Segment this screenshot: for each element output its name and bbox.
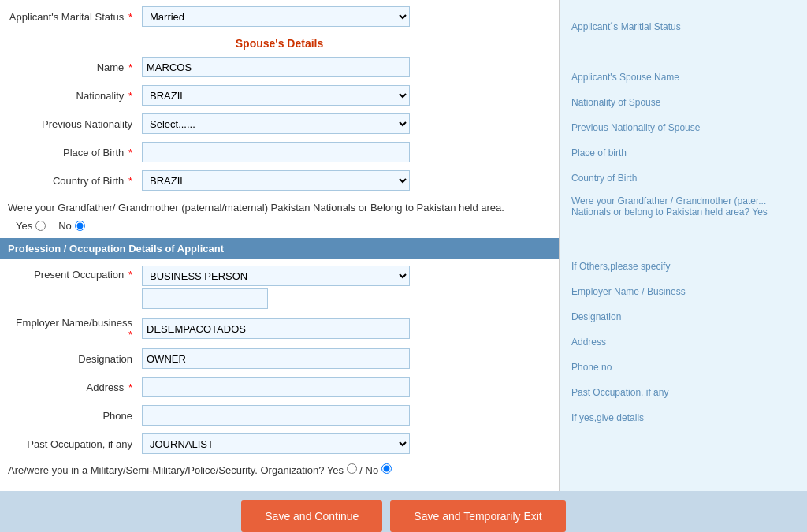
right-designation: Designation: [571, 304, 795, 329]
present-occupation-input-container: BUSINESS PERSON: [142, 266, 410, 309]
military-slash: /: [359, 464, 365, 476]
save-continue-button[interactable]: Save and Continue: [241, 500, 382, 532]
right-nationality: Nationality of Spouse: [571, 90, 795, 115]
spouse-nationality-label: Nationality *: [8, 90, 142, 102]
right-past-occupation: Past Occupation, if any: [571, 380, 795, 405]
present-occupation-other-field[interactable]: [142, 288, 268, 309]
right-if-others: If Others,please specify: [571, 254, 795, 279]
phone-field[interactable]: [142, 405, 410, 426]
save-exit-button[interactable]: Save and Temporarily Exit: [390, 500, 565, 532]
past-occupation-select[interactable]: JOURNALIST: [142, 433, 410, 454]
right-place-of-birth: Place of birth: [571, 140, 795, 166]
present-occupation-select[interactable]: BUSINESS PERSON: [142, 266, 410, 286]
past-occupation-label: Past Occupation, if any: [8, 438, 142, 450]
profession-section-header: Profession / Occupation Details of Appli…: [0, 238, 559, 259]
previous-nationality-input-container: Select......: [142, 113, 410, 134]
right-address: Address: [571, 329, 795, 355]
grandfather-question: Were your Grandfather/ Grandmother (pate…: [8, 201, 536, 215]
employer-name-field[interactable]: [142, 318, 410, 339]
marital-status-input[interactable]: Married Single Divorced Widowed: [142, 6, 410, 27]
designation-label: Designation: [8, 353, 142, 365]
marital-status-required: *: [128, 11, 132, 23]
marital-status-label: Applicant's Marital Status *: [8, 11, 142, 23]
spouse-name-label: Name *: [8, 61, 142, 73]
military-yes-radio[interactable]: [347, 463, 357, 474]
country-of-birth-label: Country of Birth *: [8, 175, 142, 187]
present-occupation-label: Present Occupation *: [8, 266, 142, 281]
place-of-birth-field[interactable]: [142, 142, 410, 162]
spouse-nationality-input-container: BRAZIL: [142, 85, 410, 106]
grandfather-no-radio[interactable]: [75, 221, 85, 231]
employer-name-input-container: [142, 318, 410, 339]
marital-status-select[interactable]: Married Single Divorced Widowed: [142, 6, 410, 27]
designation-field[interactable]: [142, 348, 410, 369]
right-country-of-birth: Country of Birth: [571, 166, 795, 191]
grandfather-yes-text: Yes: [16, 220, 32, 232]
right-grandfather-question: Were your Grandfather / Grandmother (pat…: [571, 191, 795, 232]
right-spouse-name: Applicant's Spouse Name: [571, 65, 795, 90]
right-phone-no: Phone no: [571, 355, 795, 380]
right-if-yes-give-details: If yes,give details: [571, 405, 795, 430]
address-input-container: [142, 377, 410, 397]
previous-nationality-select[interactable]: Select......: [142, 113, 410, 134]
country-of-birth-input-container: BRAZIL: [142, 170, 410, 191]
right-previous-nationality: Previous Nationality of Spouse: [571, 115, 795, 140]
place-of-birth-input-container: [142, 142, 410, 162]
address-field[interactable]: [142, 377, 410, 397]
grandfather-no-label[interactable]: No: [58, 220, 85, 232]
address-label: Address *: [8, 381, 142, 393]
place-of-birth-label: Place of Birth *: [8, 147, 142, 158]
previous-nationality-label: Previous Nationality: [8, 118, 142, 130]
country-of-birth-select[interactable]: BRAZIL: [142, 170, 410, 191]
grandfather-no-text: No: [58, 220, 72, 232]
grandfather-yes-radio[interactable]: [35, 221, 46, 231]
right-employer-name: Employer Name / Business: [571, 279, 795, 304]
spouse-name-input-container: [142, 57, 410, 77]
spouse-title: Spouse's Details: [0, 31, 559, 53]
grandfather-yes-label[interactable]: Yes: [16, 220, 46, 232]
right-marital-status: Applicant´s Maritial Status: [571, 14, 795, 39]
phone-input-container: [142, 405, 410, 426]
spouse-nationality-select[interactable]: BRAZIL: [142, 85, 410, 106]
military-no-text: No: [366, 464, 381, 476]
designation-input-container: [142, 348, 410, 369]
employer-name-label: Employer Name/business *: [8, 317, 142, 340]
spouse-name-field[interactable]: [142, 57, 410, 77]
footer: Save and Continue Save and Temporarily E…: [0, 491, 807, 532]
past-occupation-input-container: JOURNALIST: [142, 433, 410, 454]
military-question: Are/were you in a Military/Semi-Military…: [8, 464, 347, 476]
military-no-radio[interactable]: [381, 463, 392, 474]
phone-label: Phone: [8, 410, 142, 422]
